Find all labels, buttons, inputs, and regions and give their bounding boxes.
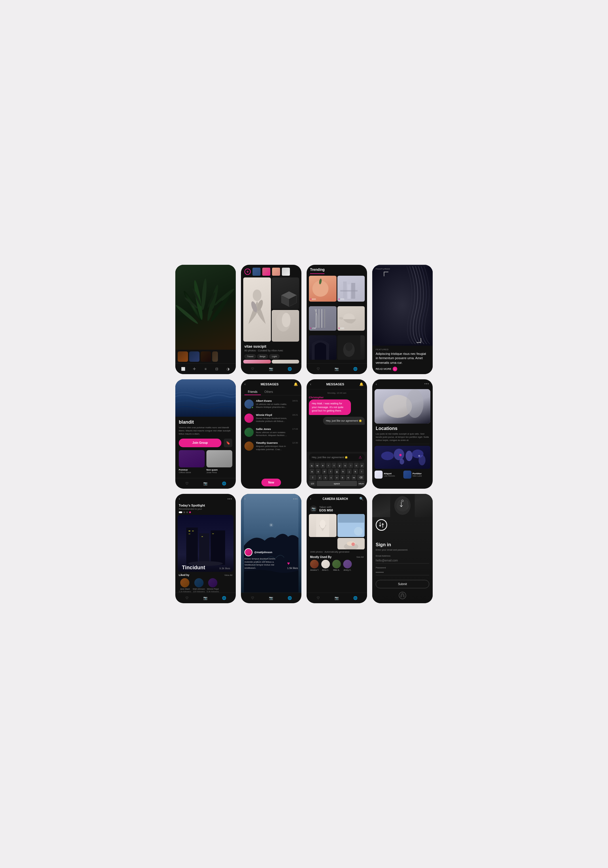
- key-t[interactable]: t: [332, 463, 336, 468]
- back-btn-11[interactable]: ‹: [310, 497, 311, 501]
- join-group-button[interactable]: Join Group: [179, 439, 221, 447]
- submit-button[interactable]: Submit: [376, 580, 429, 588]
- message-item-4[interactable]: Timothy Guerrero Aliquam pellentesque ri…: [241, 439, 301, 453]
- like-icon[interactable]: ♥: [287, 561, 298, 566]
- item-image-2[interactable]: [206, 450, 232, 467]
- key-shift[interactable]: ⇧: [309, 475, 316, 480]
- chat-text-input[interactable]: Hey, just like our agreement 🌟 ⚠: [309, 454, 365, 461]
- message-item-1[interactable]: Albert Evans Ut ultrices nisl ut mattis …: [241, 397, 301, 411]
- nav-dot-4[interactable]: [189, 512, 191, 513]
- key-r[interactable]: r: [326, 463, 331, 468]
- key-i[interactable]: i: [348, 463, 353, 468]
- key-o[interactable]: o: [354, 463, 359, 468]
- tag-light[interactable]: Light: [269, 354, 279, 359]
- more-btn-10[interactable]: •••: [293, 497, 298, 501]
- message-item-3[interactable]: Sallie Jones Nunc ultrices ut sem sodale…: [241, 425, 301, 439]
- key-return[interactable]: return: [358, 481, 365, 486]
- key-space[interactable]: space: [317, 481, 357, 486]
- key-m[interactable]: m: [352, 475, 356, 480]
- trending-photo-1[interactable]: ♥ 800: [309, 276, 337, 302]
- heart-btn-10[interactable]: ♡: [250, 595, 255, 601]
- key-a[interactable]: a: [310, 469, 314, 474]
- move-icon[interactable]: ✛: [191, 366, 197, 372]
- avatar-item-3[interactable]: Winnie Floyd 9.3k followers: [207, 578, 219, 592]
- bell-icon[interactable]: 🔔: [294, 382, 298, 386]
- square-icon[interactable]: ⬜: [180, 366, 186, 372]
- tag-beige[interactable]: Beige: [257, 354, 268, 359]
- key-v[interactable]: v: [335, 475, 339, 480]
- avatar-item-1[interactable]: Jane Mash 2.2k followers: [179, 578, 191, 592]
- camera-icon[interactable]: 📷: [268, 366, 274, 372]
- photo-white[interactable]: [272, 360, 299, 363]
- globe-icon[interactable]: 🌐: [287, 366, 293, 372]
- key-b[interactable]: b: [340, 475, 345, 480]
- search-icon-11[interactable]: 🔍: [359, 497, 364, 501]
- back-btn-10[interactable]: ‹: [244, 497, 245, 501]
- bookmark-button[interactable]: 🔖: [224, 439, 232, 447]
- photo-pink[interactable]: [243, 360, 271, 363]
- heart-btn[interactable]: ♡: [315, 366, 321, 372]
- read-more-btn[interactable]: READ MORE ›: [376, 367, 429, 371]
- camera-photo-2[interactable]: [337, 514, 365, 537]
- heart-icon[interactable]: ♡: [250, 366, 255, 372]
- key-l[interactable]: l: [359, 469, 364, 474]
- globe-btn-11[interactable]: 🌐: [353, 595, 358, 601]
- mini-thumb-3[interactable]: [272, 268, 280, 276]
- user-item-4[interactable]: Jenny C.: [343, 560, 352, 571]
- key-p[interactable]: p: [360, 463, 364, 468]
- item-image-1[interactable]: [179, 450, 205, 467]
- password-input[interactable]: [376, 570, 429, 575]
- place-item-1[interactable]: Aliquet Lelo Reeves: [375, 471, 402, 479]
- trending-photo-3[interactable]: ♥ 150: [309, 306, 337, 331]
- tab-friends[interactable]: Friends: [244, 389, 261, 395]
- heart-btn-11[interactable]: ♡: [315, 595, 321, 601]
- key-z[interactable]: z: [318, 475, 322, 480]
- key-x[interactable]: x: [323, 475, 327, 480]
- camera-btn-9[interactable]: 📷: [203, 595, 208, 601]
- back-btn-9[interactable]: ‹: [179, 497, 180, 501]
- key-h[interactable]: h: [341, 469, 346, 474]
- place-item-2[interactable]: Porttitor Glen Lane: [403, 471, 430, 479]
- more-btn-8[interactable]: •••: [424, 382, 429, 386]
- user-item-1[interactable]: Jessica T.: [310, 560, 319, 571]
- photo-abstract[interactable]: [272, 310, 299, 342]
- nav-dot-2[interactable]: [183, 512, 185, 513]
- nav-dot-1[interactable]: [179, 512, 182, 513]
- contrast-icon[interactable]: ◑: [225, 366, 231, 372]
- camera-btn-5[interactable]: 📷: [203, 480, 208, 487]
- list-icon[interactable]: ≡: [203, 366, 208, 372]
- photo-cube[interactable]: [272, 277, 299, 309]
- camera-photo-1[interactable]: [309, 514, 337, 537]
- new-message-button[interactable]: New: [261, 479, 281, 487]
- globe-btn[interactable]: 🌐: [353, 366, 358, 372]
- back-btn-6[interactable]: ‹: [244, 382, 245, 386]
- key-k[interactable]: k: [353, 469, 358, 474]
- nav-dot-3[interactable]: [186, 512, 188, 513]
- key-y[interactable]: y: [337, 463, 342, 468]
- mini-thumb-4[interactable]: [282, 268, 290, 276]
- user-item-2[interactable]: Alma C.: [321, 560, 330, 571]
- key-123[interactable]: 123: [309, 481, 316, 486]
- globe-btn-10[interactable]: 🌐: [287, 595, 293, 601]
- bell-icon-7[interactable]: 🔔: [359, 382, 364, 386]
- tag-travel[interactable]: Travel: [244, 354, 256, 359]
- key-q[interactable]: q: [309, 463, 314, 468]
- more-btn-9[interactable]: •••: [227, 497, 232, 501]
- back-btn-8[interactable]: ‹: [376, 382, 377, 386]
- fingerprint-icon[interactable]: [376, 591, 429, 600]
- avatar-item-2[interactable]: Matt Johnson 105 followers: [193, 578, 205, 592]
- mini-thumb-1[interactable]: [253, 268, 261, 276]
- mini-thumb-2[interactable]: [262, 268, 270, 276]
- key-w[interactable]: w: [315, 463, 320, 468]
- thumbnail-3[interactable]: [201, 352, 211, 362]
- user-item-3[interactable]: Mike A.: [332, 560, 341, 571]
- trending-photo-2[interactable]: ♥ 263: [337, 276, 365, 302]
- heart-btn-5[interactable]: ♡: [184, 480, 190, 487]
- back-btn-7[interactable]: ‹: [310, 382, 311, 386]
- camera-btn-11[interactable]: 📷: [334, 595, 340, 601]
- trending-photo-4[interactable]: ♥ 690: [337, 306, 365, 331]
- camera-btn-10[interactable]: 📷: [268, 595, 274, 601]
- key-u[interactable]: u: [343, 463, 347, 468]
- key-delete[interactable]: ⌫: [357, 475, 364, 480]
- add-button[interactable]: +: [244, 268, 251, 275]
